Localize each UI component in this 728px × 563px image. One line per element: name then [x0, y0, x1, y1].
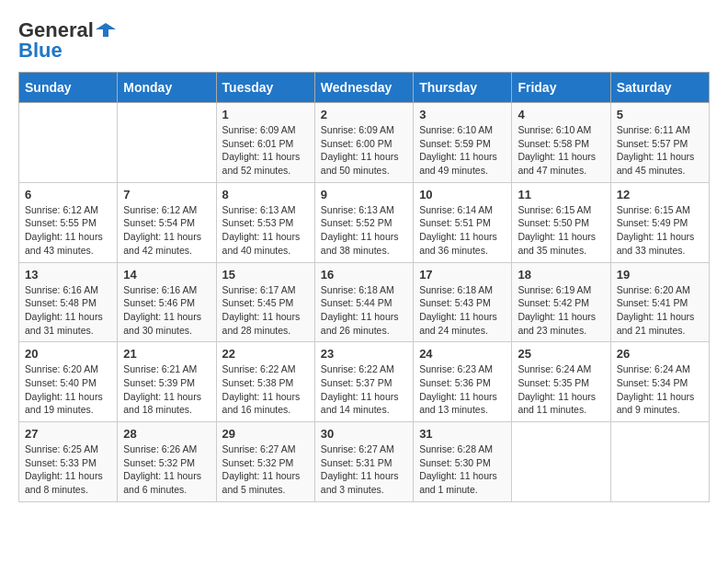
day-number: 20	[25, 347, 111, 361]
day-info: Sunrise: 6:18 AM Sunset: 5:44 PM Dayligh…	[321, 283, 407, 338]
day-number: 6	[25, 188, 111, 201]
day-info: Sunrise: 6:21 AM Sunset: 5:39 PM Dayligh…	[123, 362, 210, 417]
calendar-cell: 5 Sunrise: 6:11 AM Sunset: 5:57 PM Dayli…	[610, 103, 709, 183]
col-header-tuesday: Tuesday	[216, 73, 314, 103]
calendar-cell: 3 Sunrise: 6:10 AM Sunset: 5:59 PM Dayli…	[414, 103, 512, 183]
calendar-cell: 4 Sunrise: 6:10 AM Sunset: 5:58 PM Dayli…	[512, 103, 610, 183]
calendar-cell: 30 Sunrise: 6:27 AM Sunset: 5:31 PM Dayl…	[314, 422, 413, 502]
calendar-cell: 16 Sunrise: 6:18 AM Sunset: 5:44 PM Dayl…	[314, 262, 413, 342]
calendar-cell: 13 Sunrise: 6:16 AM Sunset: 5:48 PM Dayl…	[19, 262, 118, 342]
calendar-cell: 27 Sunrise: 6:25 AM Sunset: 5:33 PM Dayl…	[19, 422, 118, 502]
day-number: 24	[419, 347, 506, 361]
day-info: Sunrise: 6:15 AM Sunset: 5:49 PM Dayligh…	[617, 203, 703, 258]
day-info: Sunrise: 6:16 AM Sunset: 5:48 PM Dayligh…	[25, 283, 111, 338]
calendar-cell: 20 Sunrise: 6:20 AM Sunset: 5:40 PM Dayl…	[19, 342, 118, 422]
col-header-saturday: Saturday	[610, 73, 709, 103]
calendar-cell: 9 Sunrise: 6:13 AM Sunset: 5:52 PM Dayli…	[314, 182, 413, 262]
day-info: Sunrise: 6:10 AM Sunset: 5:59 PM Dayligh…	[419, 123, 506, 178]
calendar-cell: 28 Sunrise: 6:26 AM Sunset: 5:32 PM Dayl…	[118, 422, 216, 502]
svg-marker-0	[96, 23, 116, 37]
day-number: 15	[222, 268, 309, 282]
col-header-wednesday: Wednesday	[314, 73, 413, 103]
header-row: SundayMondayTuesdayWednesdayThursdayFrid…	[19, 73, 710, 103]
calendar-cell	[118, 103, 216, 183]
day-number: 17	[419, 268, 506, 282]
day-number: 31	[419, 427, 506, 441]
day-number: 11	[518, 188, 604, 201]
day-info: Sunrise: 6:13 AM Sunset: 5:52 PM Dayligh…	[321, 203, 407, 258]
calendar-cell: 31 Sunrise: 6:28 AM Sunset: 5:30 PM Dayl…	[414, 422, 512, 502]
calendar-cell: 12 Sunrise: 6:15 AM Sunset: 5:49 PM Dayl…	[610, 182, 709, 262]
calendar-cell: 11 Sunrise: 6:15 AM Sunset: 5:50 PM Dayl…	[512, 182, 610, 262]
calendar-cell: 1 Sunrise: 6:09 AM Sunset: 6:01 PM Dayli…	[216, 103, 314, 183]
day-info: Sunrise: 6:25 AM Sunset: 5:33 PM Dayligh…	[25, 442, 111, 497]
calendar-cell: 6 Sunrise: 6:12 AM Sunset: 5:55 PM Dayli…	[19, 182, 118, 262]
day-number: 13	[25, 268, 111, 282]
page-header: General Blue	[18, 18, 710, 63]
day-number: 19	[617, 268, 703, 282]
day-info: Sunrise: 6:22 AM Sunset: 5:37 PM Dayligh…	[321, 362, 407, 417]
day-number: 16	[321, 268, 407, 282]
day-info: Sunrise: 6:14 AM Sunset: 5:51 PM Dayligh…	[419, 203, 506, 258]
day-info: Sunrise: 6:15 AM Sunset: 5:50 PM Dayligh…	[518, 203, 604, 258]
day-info: Sunrise: 6:09 AM Sunset: 6:01 PM Dayligh…	[222, 123, 309, 178]
day-info: Sunrise: 6:12 AM Sunset: 5:54 PM Dayligh…	[123, 203, 210, 258]
col-header-thursday: Thursday	[414, 73, 512, 103]
calendar-cell: 19 Sunrise: 6:20 AM Sunset: 5:41 PM Dayl…	[610, 262, 709, 342]
calendar-cell: 22 Sunrise: 6:22 AM Sunset: 5:38 PM Dayl…	[216, 342, 314, 422]
week-row-3: 13 Sunrise: 6:16 AM Sunset: 5:48 PM Dayl…	[19, 262, 710, 342]
calendar-cell: 8 Sunrise: 6:13 AM Sunset: 5:53 PM Dayli…	[216, 182, 314, 262]
day-info: Sunrise: 6:13 AM Sunset: 5:53 PM Dayligh…	[222, 203, 309, 258]
day-info: Sunrise: 6:17 AM Sunset: 5:45 PM Dayligh…	[222, 283, 309, 338]
logo: General Blue	[18, 18, 116, 63]
day-number: 18	[518, 268, 604, 282]
day-info: Sunrise: 6:18 AM Sunset: 5:43 PM Dayligh…	[419, 283, 506, 338]
logo-blue-text: Blue	[18, 39, 63, 63]
calendar-cell	[19, 103, 118, 183]
day-info: Sunrise: 6:16 AM Sunset: 5:46 PM Dayligh…	[123, 283, 210, 338]
day-number: 22	[222, 347, 309, 361]
calendar-cell	[512, 422, 610, 502]
logo-bird-icon	[96, 20, 116, 40]
calendar-cell: 29 Sunrise: 6:27 AM Sunset: 5:32 PM Dayl…	[216, 422, 314, 502]
calendar-cell: 15 Sunrise: 6:17 AM Sunset: 5:45 PM Dayl…	[216, 262, 314, 342]
day-info: Sunrise: 6:24 AM Sunset: 5:35 PM Dayligh…	[518, 362, 604, 417]
calendar-cell: 14 Sunrise: 6:16 AM Sunset: 5:46 PM Dayl…	[118, 262, 216, 342]
calendar-cell: 24 Sunrise: 6:23 AM Sunset: 5:36 PM Dayl…	[414, 342, 512, 422]
day-number: 8	[222, 188, 309, 201]
week-row-2: 6 Sunrise: 6:12 AM Sunset: 5:55 PM Dayli…	[19, 182, 710, 262]
week-row-4: 20 Sunrise: 6:20 AM Sunset: 5:40 PM Dayl…	[19, 342, 710, 422]
col-header-monday: Monday	[118, 73, 216, 103]
day-number: 9	[321, 188, 407, 201]
day-info: Sunrise: 6:19 AM Sunset: 5:42 PM Dayligh…	[518, 283, 604, 338]
day-number: 27	[25, 427, 111, 441]
calendar-cell: 21 Sunrise: 6:21 AM Sunset: 5:39 PM Dayl…	[118, 342, 216, 422]
day-info: Sunrise: 6:22 AM Sunset: 5:38 PM Dayligh…	[222, 362, 309, 417]
day-number: 23	[321, 347, 407, 361]
day-info: Sunrise: 6:27 AM Sunset: 5:32 PM Dayligh…	[222, 442, 309, 497]
day-number: 14	[123, 268, 210, 282]
day-number: 4	[518, 108, 604, 121]
calendar-cell: 7 Sunrise: 6:12 AM Sunset: 5:54 PM Dayli…	[118, 182, 216, 262]
day-info: Sunrise: 6:09 AM Sunset: 6:00 PM Dayligh…	[321, 123, 407, 178]
day-number: 2	[321, 108, 407, 121]
day-info: Sunrise: 6:26 AM Sunset: 5:32 PM Dayligh…	[123, 442, 210, 497]
day-info: Sunrise: 6:27 AM Sunset: 5:31 PM Dayligh…	[321, 442, 407, 497]
day-info: Sunrise: 6:20 AM Sunset: 5:40 PM Dayligh…	[25, 362, 111, 417]
calendar-table: SundayMondayTuesdayWednesdayThursdayFrid…	[18, 72, 710, 502]
day-info: Sunrise: 6:10 AM Sunset: 5:58 PM Dayligh…	[518, 123, 604, 178]
day-info: Sunrise: 6:24 AM Sunset: 5:34 PM Dayligh…	[617, 362, 703, 417]
day-info: Sunrise: 6:11 AM Sunset: 5:57 PM Dayligh…	[617, 123, 703, 178]
day-number: 12	[617, 188, 703, 201]
day-number: 25	[518, 347, 604, 361]
calendar-cell: 18 Sunrise: 6:19 AM Sunset: 5:42 PM Dayl…	[512, 262, 610, 342]
calendar-cell: 17 Sunrise: 6:18 AM Sunset: 5:43 PM Dayl…	[414, 262, 512, 342]
calendar-cell	[610, 422, 709, 502]
day-number: 29	[222, 427, 309, 441]
week-row-5: 27 Sunrise: 6:25 AM Sunset: 5:33 PM Dayl…	[19, 422, 710, 502]
day-info: Sunrise: 6:23 AM Sunset: 5:36 PM Dayligh…	[419, 362, 506, 417]
day-info: Sunrise: 6:28 AM Sunset: 5:30 PM Dayligh…	[419, 442, 506, 497]
day-number: 10	[419, 188, 506, 201]
day-number: 7	[123, 188, 210, 201]
calendar-cell: 23 Sunrise: 6:22 AM Sunset: 5:37 PM Dayl…	[314, 342, 413, 422]
